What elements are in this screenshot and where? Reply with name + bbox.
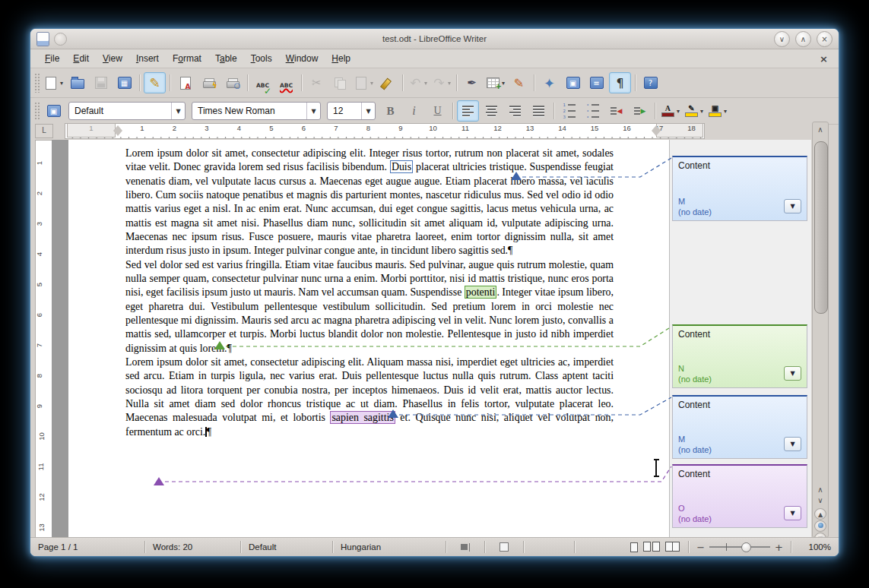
open-button[interactable] <box>66 72 88 93</box>
page-style-field[interactable]: Default <box>241 538 332 556</box>
title-bar[interactable]: test.odt - LibreOffice Writer ∨∧× <box>30 29 839 49</box>
navigator-button[interactable]: ▣ <box>562 72 584 93</box>
clone-formatting-button[interactable] <box>376 72 398 93</box>
zoom-in-icon[interactable]: + <box>775 542 783 553</box>
menu-file[interactable]: File <box>38 51 66 66</box>
comment-text[interactable]: Content <box>673 326 807 343</box>
align-left-button[interactable] <box>457 100 479 122</box>
scroll-up-icon[interactable]: ∧ <box>813 485 828 494</box>
document-text[interactable]: Lorem ipsum dolor sit amet, consectetur … <box>125 147 614 439</box>
insert-table-button[interactable]: +▾ <box>484 72 506 93</box>
comment-text[interactable]: Content <box>673 466 807 482</box>
chevron-down-icon[interactable]: ▾ <box>60 80 63 87</box>
word-count-field[interactable]: Words: 20 <box>145 538 240 556</box>
right-indent-marker[interactable] <box>652 131 661 136</box>
close-button[interactable]: × <box>817 31 833 47</box>
new-document-button[interactable]: ▾ <box>43 72 65 93</box>
email-document-button[interactable]: ▦ <box>113 72 135 93</box>
right-margin-marker[interactable] <box>652 125 661 131</box>
font-name-combo[interactable]: Times New Roman ▼ <box>192 102 321 120</box>
copy-button[interactable] <box>329 72 351 93</box>
numbered-list-button[interactable]: 123 <box>558 100 580 122</box>
zoom-slider[interactable]: − + <box>689 538 791 556</box>
edit-file-button[interactable]: ✎ <box>144 72 166 93</box>
menu-window[interactable]: Window <box>279 51 325 66</box>
selection-mode-field[interactable] <box>485 538 523 556</box>
tab-stop-selector[interactable]: L <box>35 124 53 138</box>
minimize-button[interactable]: ∨ <box>774 31 790 47</box>
chevron-down-icon[interactable]: ▾ <box>424 80 427 87</box>
navigation-button[interactable] <box>814 520 826 532</box>
comment-menu-button[interactable]: ▼ <box>784 366 801 381</box>
scroll-down-icon[interactable]: ∨ <box>813 496 828 504</box>
chevron-down-icon[interactable]: ▾ <box>448 80 451 87</box>
italic-button[interactable]: i <box>403 100 425 122</box>
zoom-handle[interactable] <box>741 542 751 552</box>
zoom-out-icon[interactable]: − <box>696 542 705 553</box>
menu-edit[interactable]: Edit <box>66 51 96 66</box>
spellcheck-button[interactable]: ABC✓ <box>252 72 274 93</box>
styles-button[interactable]: ▣ <box>43 100 65 122</box>
comment-anchor-green[interactable]: potenti <box>465 286 497 299</box>
bullet-list-button[interactable]: ••• <box>582 100 604 122</box>
auto-spellcheck-button[interactable]: ABC <box>275 72 297 93</box>
paragraph-style-combo[interactable]: Default ▼ <box>68 102 186 120</box>
comment-3[interactable]: ContentM(no date)▼ <box>672 395 807 459</box>
chevron-down-icon[interactable]: ▼ <box>361 103 375 119</box>
comment-4[interactable]: ContentO(no date)▼ <box>672 464 807 528</box>
chevron-down-icon[interactable]: ▾ <box>677 108 680 115</box>
scroll-up-icon[interactable]: ∧ <box>813 125 828 134</box>
multi-page-view-icon[interactable] <box>642 542 661 553</box>
increase-indent-button[interactable]: ▶ <box>629 100 651 122</box>
export-pdf-button[interactable]: A <box>174 72 196 93</box>
scrollbar-thumb[interactable] <box>814 141 828 314</box>
menu-tools[interactable]: Tools <box>244 51 279 66</box>
find-replace-button[interactable]: ✦ <box>538 72 560 93</box>
zoom-track[interactable] <box>709 546 770 548</box>
hyperlink-button[interactable]: ✒ <box>461 72 483 93</box>
formatting-marks-button[interactable]: ¶ <box>609 72 631 93</box>
vertical-scrollbar[interactable]: ∧ ∧ ∨ ▲ ▼ <box>812 122 829 538</box>
comment-menu-button[interactable]: ▼ <box>784 506 801 520</box>
single-page-view-icon[interactable] <box>630 542 638 552</box>
background-color-button[interactable]: ▣▾ <box>706 100 728 122</box>
menu-insert[interactable]: Insert <box>129 51 166 66</box>
comment-1[interactable]: ContentM(no date)▼ <box>672 156 807 221</box>
language-field[interactable]: Hungarian <box>333 538 446 556</box>
print-direct-button[interactable]: ϟ <box>198 72 220 93</box>
underline-button[interactable]: U <box>427 100 449 122</box>
font-color-button[interactable]: A▾ <box>659 100 681 122</box>
paragraph[interactable]: Lorem ipsum dolor sit amet, consectetur … <box>125 147 614 258</box>
book-view-icon[interactable] <box>664 542 680 553</box>
font-size-combo[interactable]: 12 ▼ <box>327 102 376 120</box>
page-number-field[interactable]: Page 1 / 1 <box>30 538 144 556</box>
decrease-indent-button[interactable]: ◀ <box>605 100 627 122</box>
zoom-level-field[interactable]: 100% <box>791 538 839 556</box>
first-line-indent-marker[interactable] <box>113 125 122 131</box>
menu-help[interactable]: Help <box>325 51 357 66</box>
chevron-down-icon[interactable]: ▾ <box>700 108 703 115</box>
toolbar-grip[interactable] <box>34 102 40 120</box>
comment-2[interactable]: ContentN(no date)▼ <box>672 324 807 388</box>
page-preview-button[interactable]: ○ <box>221 72 243 93</box>
bold-button[interactable]: B <box>379 100 401 122</box>
menu-view[interactable]: View <box>96 51 129 66</box>
left-indent-marker[interactable] <box>113 131 122 136</box>
chevron-down-icon[interactable]: ▾ <box>724 108 727 115</box>
chevron-down-icon[interactable]: ▼ <box>306 103 320 119</box>
comment-anchor-purple[interactable]: sapien sagittis <box>330 411 395 424</box>
chevron-down-icon[interactable]: ▼ <box>171 103 185 119</box>
document-modified-field[interactable] <box>524 538 574 556</box>
gallery-button[interactable]: ≡ <box>585 72 607 93</box>
draw-functions-button[interactable]: ✎ <box>508 72 530 93</box>
comment-text[interactable]: Content <box>673 157 807 174</box>
highlight-color-button[interactable]: ✎▾ <box>683 100 705 122</box>
toolbar-grip[interactable] <box>34 73 40 93</box>
document-close-button[interactable]: × <box>817 53 831 65</box>
comment-text[interactable]: Content <box>673 397 807 413</box>
previous-page-button[interactable]: ▲ <box>814 508 826 520</box>
redo-button[interactable]: ↷▾ <box>430 72 452 93</box>
align-right-button[interactable] <box>504 100 526 122</box>
paragraph[interactable]: Sed vel dolor sed est varius fringilla. … <box>125 258 614 356</box>
paste-button[interactable]: ▾ <box>353 72 375 93</box>
